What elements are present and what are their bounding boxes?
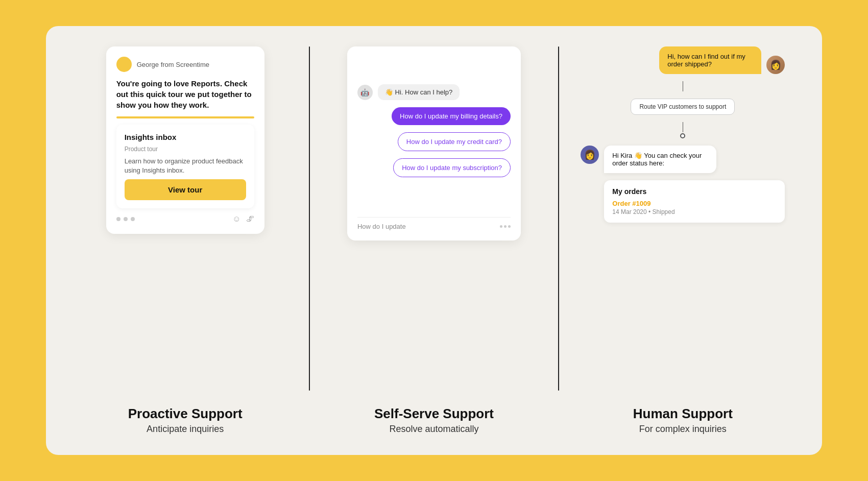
proactive-chat-card: George from Screentime You're going to l… [106, 46, 264, 234]
attach-icon: 🖇 [246, 214, 254, 224]
agent-bubble: Hi Kira 👋 You can check your order statu… [604, 146, 716, 173]
flow-line-1 [683, 81, 684, 91]
divider-1 [309, 46, 310, 391]
agent-avatar-emoji: 👩 [584, 149, 595, 160]
dot-3 [131, 217, 135, 221]
progress-bar [116, 116, 254, 118]
dot-1 [116, 217, 120, 221]
george-avatar [116, 57, 132, 72]
sdot-3 [508, 225, 511, 228]
selfserve-input-text: How do I update [357, 223, 406, 230]
sdot-2 [504, 225, 507, 228]
emoji-icon: ☺ [232, 214, 240, 224]
tour-title: Insights inbox [125, 133, 246, 141]
selfserve-title: Self-Serve Support [374, 406, 494, 422]
label-selfserve: Self-Serve Support Resolve automatically [320, 406, 547, 435]
tour-description: Learn how to organize product feedback u… [125, 157, 246, 175]
selfserve-card: 🤖 👋 Hi. How can I help? How do I update … [347, 46, 521, 240]
selfserve-subtitle: Resolve automatically [389, 424, 478, 435]
proactive-title: Proactive Support [128, 406, 243, 422]
main-card: George from Screentime You're going to l… [46, 26, 822, 455]
bot-message-row: 🤖 👋 Hi. How can I help? [357, 84, 511, 100]
option-btn-3[interactable]: How do I update my subscription? [393, 158, 511, 177]
agent-row: 👩 Hi Kira 👋 You can check your order sta… [581, 146, 785, 173]
chat-body: You're going to love Reports. Check out … [116, 78, 254, 110]
human-subtitle: For complex inquiries [639, 424, 727, 435]
flow-connector-top [581, 81, 785, 91]
labels-row: Proactive Support Anticipate inquiries S… [71, 406, 797, 435]
bot-greeting-bubble: 👋 Hi. How can I help? [378, 84, 460, 100]
agent-avatar: 👩 [581, 146, 599, 164]
panel-human: Hi, how can I find out if my order shipp… [569, 46, 797, 391]
flow-connector-bottom [581, 122, 785, 138]
panel-proactive: George from Screentime You're going to l… [71, 46, 299, 391]
human-title: Human Support [633, 406, 733, 422]
view-tour-button[interactable]: View tour [125, 179, 246, 200]
order-number: Order #1009 [612, 200, 777, 207]
option-btn-2[interactable]: How do I update my credit card? [398, 132, 511, 151]
user-avatar: 👩 [766, 56, 785, 74]
order-detail: 14 Mar 2020 • Shipped [612, 208, 777, 215]
flow-line-2 [683, 122, 684, 132]
flow-circle [680, 133, 685, 138]
tour-tag: Product tour [125, 146, 246, 153]
label-spacer-2 [548, 406, 569, 435]
proactive-subtitle: Anticipate inquiries [147, 424, 224, 435]
tour-card: Insights inbox Product tour Learn how to… [116, 125, 254, 208]
selfserve-dots [500, 225, 511, 228]
footer-icons: ☺ 🖇 [232, 214, 254, 224]
orders-title: My orders [612, 187, 777, 196]
bot-icon: 🤖 [357, 85, 373, 100]
orders-card: My orders Order #1009 14 Mar 2020 • Ship… [604, 180, 785, 223]
chat-header: George from Screentime [116, 57, 254, 72]
dot-2 [124, 217, 128, 221]
top-space [357, 57, 511, 77]
sender-name: George from Screentime [137, 61, 209, 68]
sdot-1 [500, 225, 502, 228]
human-support-area: Hi, how can I find out if my order shipp… [581, 46, 785, 223]
bot-emoji: 🤖 [360, 88, 369, 97]
flow-box: Route VIP customers to support [631, 99, 735, 115]
option-btn-1[interactable]: How do I update my billing details? [392, 107, 511, 125]
selfserve-input-row: How do I update [357, 217, 511, 230]
user-message-row: Hi, how can I find out if my order shipp… [581, 46, 785, 74]
user-avatar-inner: 👩 [766, 56, 785, 74]
divider-2 [558, 46, 559, 391]
label-spacer-1 [299, 406, 320, 435]
footer-dots [116, 217, 135, 221]
user-bubble: Hi, how can I find out if my order shipp… [659, 46, 761, 74]
label-proactive: Proactive Support Anticipate inquiries [71, 406, 299, 435]
chat-footer: ☺ 🖇 [116, 214, 254, 224]
label-human: Human Support For complex inquiries [569, 406, 797, 435]
panels-row: George from Screentime You're going to l… [71, 46, 797, 391]
panel-selfserve: 🤖 👋 Hi. How can I help? How do I update … [320, 46, 547, 391]
